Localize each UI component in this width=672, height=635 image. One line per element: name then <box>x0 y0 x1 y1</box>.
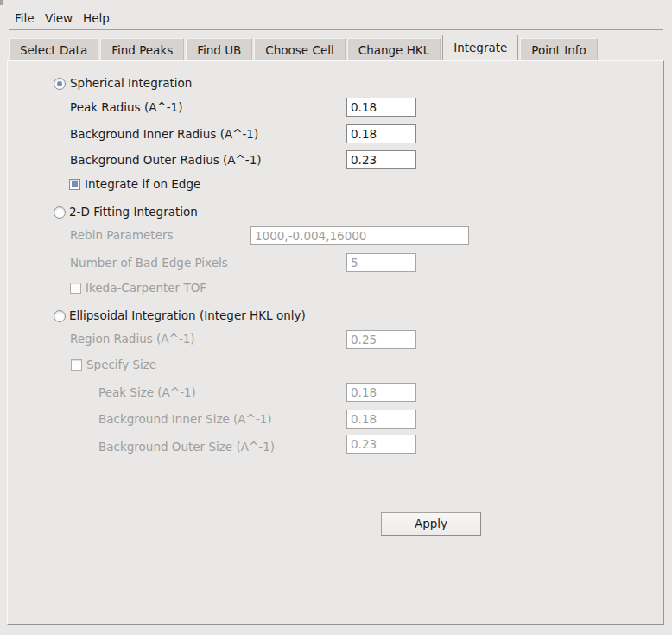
tab-integrate[interactable]: Integrate <box>442 35 518 60</box>
tabbar: Select Data Find Peaks Find UB Choose Ce… <box>9 38 599 60</box>
integrate-tab-panel <box>7 60 664 625</box>
tab-find-ub[interactable]: Find UB <box>186 38 252 60</box>
tab-point-info[interactable]: Point Info <box>520 38 597 60</box>
tab-choose-cell[interactable]: Choose Cell <box>254 38 345 60</box>
menu-file[interactable]: File <box>15 11 35 26</box>
tab-change-hkl[interactable]: Change HKL <box>347 38 441 60</box>
tab-select-data[interactable]: Select Data <box>9 38 98 60</box>
menu-view[interactable]: View <box>45 11 73 26</box>
menubar-separator <box>9 29 663 30</box>
window-corner-mark <box>0 0 3 5</box>
tab-find-peaks[interactable]: Find Peaks <box>100 38 184 60</box>
menu-help[interactable]: Help <box>83 11 110 26</box>
